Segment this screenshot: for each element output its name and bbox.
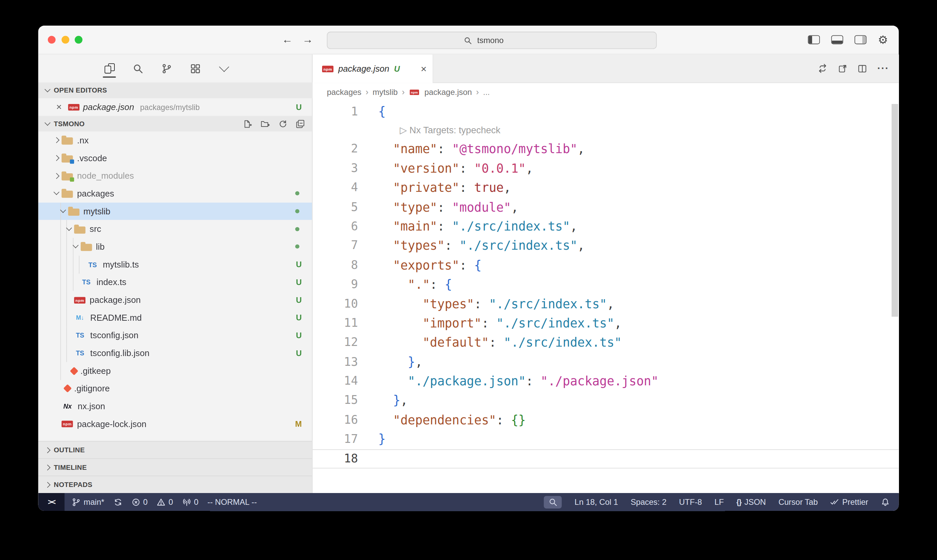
tree-item-package-json[interactable]: npmpackage.jsonU	[38, 291, 312, 309]
breadcrumb: packages › mytslib › npm package.json › …	[313, 83, 899, 101]
gear-icon[interactable]: ⚙	[878, 34, 888, 45]
open-editor-item[interactable]: × npm package.json packages/mytslib U	[38, 98, 312, 116]
tree-item-tsconfig-json[interactable]: TStsconfig.jsonU	[38, 326, 312, 344]
code-area[interactable]: 1{▷ Nx Targets: typecheck2 "name": "@tsm…	[313, 101, 899, 493]
more-actions-icon[interactable]: ···	[877, 63, 889, 75]
tree-item-package-lock-json[interactable]: npmpackage-lock.jsonM	[38, 415, 312, 433]
new-folder-icon[interactable]	[260, 119, 270, 128]
git-branch[interactable]: main*	[72, 497, 104, 506]
remote-window-button[interactable]: ><	[38, 493, 65, 511]
refresh-icon[interactable]	[278, 119, 288, 128]
split-editor-icon[interactable]	[858, 64, 867, 73]
toggle-panel-icon[interactable]	[831, 35, 843, 45]
code-line-1[interactable]: 1{	[313, 102, 899, 122]
code-line-18[interactable]: 18	[313, 449, 899, 469]
new-file-icon[interactable]	[243, 119, 252, 128]
cursor-position[interactable]: Ln 18, Col 1	[574, 497, 618, 506]
breadcrumb-packages[interactable]: packages	[327, 88, 362, 97]
tree-item-node-modules[interactable]: node_modules	[38, 167, 312, 185]
notepads-section-header[interactable]: NOTEPADS	[38, 475, 312, 493]
codelens-nx-targets[interactable]: ▷ Nx Targets: typecheck	[313, 122, 500, 139]
tree-item-vscode[interactable]: .vscode	[38, 149, 312, 167]
collapse-all-icon[interactable]	[296, 119, 305, 128]
minimize-button[interactable]	[61, 36, 69, 44]
code-line-5[interactable]: 5 "type": "module",	[313, 198, 899, 217]
status-text: LF	[714, 497, 724, 506]
tree-item-readme-md[interactable]: M↓README.mdU	[38, 309, 312, 327]
tree-item-mytslib-ts[interactable]: TSmytslib.tsU	[38, 256, 312, 274]
search-input[interactable]	[476, 35, 520, 45]
tree-item-label: tsconfig.lib.json	[90, 348, 149, 358]
indentation[interactable]: Spaces: 2	[631, 497, 667, 506]
tree-item-gitkeep[interactable]: .gitkeep	[38, 362, 312, 380]
toggle-sidebar-icon[interactable]	[808, 35, 820, 45]
extensions-icon[interactable]	[189, 60, 202, 77]
tree-item-lib[interactable]: lib	[38, 238, 312, 256]
compare-changes-icon[interactable]	[817, 63, 828, 73]
code-line-4[interactable]: 4 "private": true,	[313, 178, 899, 198]
project-section-header[interactable]: TSMONO	[38, 116, 312, 131]
tree-item-index-ts[interactable]: TSindex.tsU	[38, 273, 312, 291]
code-line-3[interactable]: 3 "version": "0.0.1",	[313, 159, 899, 178]
code-line-6[interactable]: 6 "main": "./src/index.ts",	[313, 217, 899, 236]
breadcrumb-mytslib[interactable]: mytslib	[372, 88, 398, 97]
close-icon[interactable]: ×	[56, 102, 68, 112]
code-line-10[interactable]: 10 "types": "./src/index.ts",	[313, 294, 899, 314]
breadcrumb-more[interactable]: ...	[483, 88, 490, 97]
chevron-down-icon	[58, 206, 68, 216]
search-view-icon[interactable]	[132, 60, 145, 77]
problems-warnings[interactable]: 0	[157, 497, 173, 506]
tree-item-nx-json[interactable]: Nxnx.json	[38, 397, 312, 415]
chevron-spacer	[70, 277, 80, 288]
code-line-2[interactable]: 2 "name": "@tsmono/mytslib",	[313, 139, 899, 159]
code-line-11[interactable]: 11 "import": "./src/index.ts",	[313, 314, 899, 333]
tree-item-nx[interactable]: .nx	[38, 132, 312, 149]
chevron-spacer	[51, 419, 62, 429]
breadcrumb-file[interactable]: package.json	[425, 88, 472, 97]
explorer-icon[interactable]	[103, 60, 116, 77]
encoding[interactable]: UTF-8	[679, 497, 702, 506]
code-line-8[interactable]: 8 "exports": {	[313, 255, 899, 275]
command-center-search[interactable]	[327, 32, 657, 49]
ports-forwarded[interactable]: 0	[182, 497, 198, 506]
tree-item-packages[interactable]: packages	[38, 185, 312, 203]
close-icon[interactable]: ×	[421, 64, 427, 74]
code-line-14[interactable]: 14 "./package.json": "./package.json"	[313, 372, 899, 391]
open-changes-icon[interactable]	[838, 64, 847, 73]
line-number: 9	[313, 275, 358, 294]
toggle-secondary-sidebar-icon[interactable]	[854, 35, 867, 45]
eol[interactable]: LF	[714, 497, 724, 506]
problems-errors[interactable]: 0	[131, 497, 148, 506]
code-line-16[interactable]: 16 "dependencies": {}	[313, 411, 899, 430]
tab-package-json[interactable]: npm package.json U ×	[313, 54, 434, 83]
tree-item-tsconfig-lib-json[interactable]: TStsconfig.lib.jsonU	[38, 344, 312, 362]
code-line-13[interactable]: 13 },	[313, 352, 899, 372]
formatter-prettier[interactable]: Prettier	[830, 497, 868, 506]
search-chip[interactable]	[544, 496, 562, 508]
back-arrow-icon[interactable]: ←	[282, 33, 293, 46]
tree-item-src[interactable]: src	[38, 220, 312, 238]
chevron-down-icon[interactable]	[217, 60, 231, 77]
sync-icon	[113, 497, 122, 506]
tree-item-gitignore[interactable]: .gitignore	[38, 380, 312, 398]
code-line-7[interactable]: 7 "types": "./src/index.ts",	[313, 236, 899, 256]
cursor-tab[interactable]: Cursor Tab	[779, 497, 818, 506]
npm-icon: npm	[322, 65, 334, 72]
code-line-9[interactable]: 9 ".": {	[313, 275, 899, 294]
code-line-15[interactable]: 15 },	[313, 391, 899, 411]
zoom-button[interactable]	[75, 36, 83, 44]
source-control-icon[interactable]	[160, 60, 173, 77]
error-icon	[131, 497, 140, 506]
outline-section-header[interactable]: OUTLINE	[38, 441, 312, 458]
language-mode[interactable]: {}JSON	[736, 497, 766, 506]
code-line-12[interactable]: 12 "default": "./src/index.ts"	[313, 333, 899, 352]
tree-item-mytslib[interactable]: mytslib	[38, 202, 312, 220]
timeline-section-header[interactable]: TIMELINE	[38, 458, 312, 475]
close-button[interactable]	[48, 36, 55, 44]
open-editors-header[interactable]: OPEN EDITORS	[38, 82, 312, 98]
notifications[interactable]	[881, 497, 890, 506]
sync-changes[interactable]	[113, 497, 122, 506]
forward-arrow-icon[interactable]: →	[302, 33, 313, 46]
vim-mode[interactable]: -- NORMAL --	[207, 497, 257, 506]
code-line-17[interactable]: 17}	[313, 430, 899, 449]
